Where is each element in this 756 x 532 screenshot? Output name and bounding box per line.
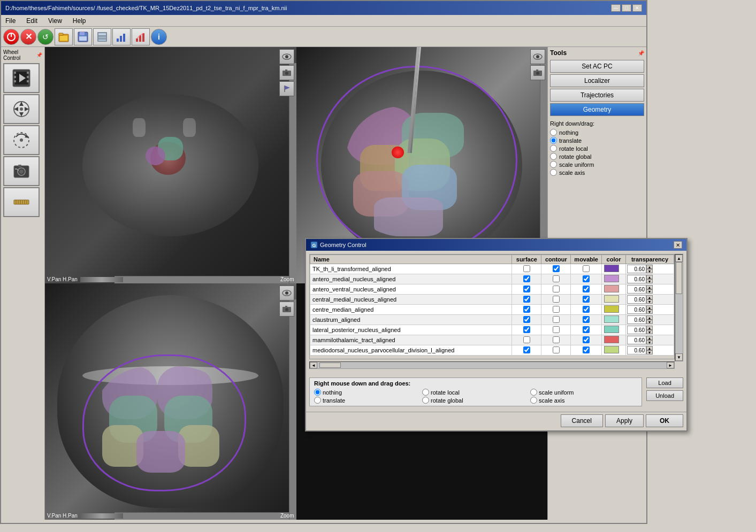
chart-bar-button[interactable] (112, 28, 131, 45)
trans-up-arrow[interactable]: ▲ (646, 305, 653, 310)
color-swatch[interactable] (604, 336, 619, 343)
row-color-cell[interactable] (602, 305, 626, 315)
movable-checkbox[interactable] (583, 275, 590, 282)
radio-nothing[interactable]: nothing (550, 129, 644, 136)
contour-checkbox[interactable] (553, 265, 560, 272)
contour-checkbox[interactable] (553, 306, 560, 313)
color-swatch[interactable] (604, 295, 619, 303)
row-movable-cell[interactable] (571, 335, 602, 345)
viewer-tl-eye-button[interactable] (279, 49, 294, 64)
trans-up-arrow[interactable]: ▲ (646, 295, 653, 299)
viewer-bl-eye-button[interactable] (279, 286, 294, 300)
table-hscroll[interactable]: ◄ ► (309, 361, 675, 369)
open-button[interactable] (55, 28, 73, 45)
row-movable-cell[interactable] (571, 345, 602, 356)
table-row[interactable]: antero_medial_nucleus_aligned▲▼ (310, 274, 674, 284)
scroll-up-button[interactable]: ▲ (675, 255, 683, 262)
localizer-button[interactable]: Localizer (550, 74, 644, 87)
row-contour-cell[interactable] (541, 315, 571, 325)
trans-down-arrow[interactable]: ▼ (646, 269, 653, 273)
viewer-tr-camera-button[interactable] (530, 65, 545, 80)
move-button[interactable] (3, 94, 40, 124)
row-contour-cell[interactable] (541, 305, 571, 315)
surface-checkbox[interactable] (523, 275, 530, 282)
transparency-input[interactable] (627, 295, 646, 304)
transparency-input[interactable] (627, 315, 646, 324)
row-movable-cell[interactable] (571, 305, 602, 315)
contour-checkbox[interactable] (553, 296, 560, 303)
color-swatch[interactable] (604, 305, 619, 313)
table-row[interactable]: mediodorsal_nucleus_parvocellular_divisi… (310, 345, 674, 356)
row-contour-cell[interactable] (541, 284, 571, 295)
contour-checkbox[interactable] (553, 316, 560, 323)
surface-checkbox[interactable] (523, 336, 530, 343)
movable-checkbox[interactable] (583, 296, 590, 303)
row-contour-cell[interactable] (541, 345, 571, 356)
trans-down-arrow[interactable]: ▼ (646, 289, 653, 294)
radio-scale-axis[interactable]: scale axis (550, 169, 644, 176)
surface-checkbox[interactable] (523, 346, 530, 353)
row-surface-cell[interactable] (512, 315, 541, 325)
row-surface-cell[interactable] (512, 264, 541, 274)
chart-line-button[interactable] (132, 28, 150, 45)
transparency-input[interactable] (627, 285, 646, 294)
surface-checkbox[interactable] (523, 316, 530, 323)
maximize-button[interactable]: □ (622, 4, 631, 12)
trans-down-arrow[interactable]: ▼ (646, 340, 653, 344)
movable-checkbox[interactable] (583, 336, 590, 343)
surface-checkbox[interactable] (523, 265, 530, 272)
movable-checkbox[interactable] (583, 346, 590, 353)
color-swatch[interactable] (604, 326, 619, 333)
layers-button[interactable] (93, 28, 111, 45)
movable-checkbox[interactable] (583, 326, 590, 333)
trans-down-arrow[interactable]: ▼ (646, 350, 653, 354)
info-button[interactable]: i (151, 29, 167, 45)
dialog-close-button[interactable]: ✕ (674, 241, 682, 249)
row-transparency-cell[interactable]: ▲▼ (626, 284, 674, 295)
row-movable-cell[interactable] (571, 315, 602, 325)
viewer-bl-hscroll[interactable] (114, 512, 289, 520)
power-button[interactable] (3, 29, 19, 45)
table-row[interactable]: central_medial_nucleus_aligned▲▼ (310, 295, 674, 305)
trans-up-arrow[interactable]: ▲ (646, 265, 653, 269)
color-swatch[interactable] (604, 285, 619, 292)
mouse-radio-rotate-local[interactable]: rotate local (422, 389, 529, 396)
transparency-input[interactable] (627, 346, 646, 354)
color-swatch[interactable] (604, 315, 619, 323)
viewer-tl-hscroll[interactable] (114, 276, 289, 283)
row-surface-cell[interactable] (512, 295, 541, 305)
viewer-tl-flag-button[interactable] (279, 81, 294, 96)
row-surface-cell[interactable] (512, 345, 541, 356)
cancel-button[interactable]: Cancel (561, 414, 603, 427)
mouse-radio-translate[interactable]: translate (314, 397, 421, 404)
row-color-cell[interactable] (602, 264, 626, 274)
scroll-down-button[interactable]: ▼ (675, 353, 683, 361)
mouse-radio-rotate-global[interactable]: rotate global (422, 397, 529, 404)
contour-checkbox[interactable] (553, 346, 560, 353)
surface-checkbox[interactable] (523, 286, 530, 292)
geometry-table-wrapper[interactable]: Name surface contour movable color trans… (309, 254, 675, 359)
menu-view[interactable]: View (46, 17, 64, 25)
table-row[interactable]: mammilothalamic_tract_aligned▲▼ (310, 335, 674, 345)
transparency-input[interactable] (627, 336, 646, 344)
row-transparency-cell[interactable]: ▲▼ (626, 274, 674, 284)
table-row[interactable]: TK_th_li_transformed_aligned▲▼ (310, 264, 674, 274)
table-row[interactable]: centre_median_aligned▲▼ (310, 305, 674, 315)
row-movable-cell[interactable] (571, 284, 602, 295)
trans-down-arrow[interactable]: ▼ (646, 310, 653, 314)
trans-down-arrow[interactable]: ▼ (646, 299, 653, 304)
row-contour-cell[interactable] (541, 295, 571, 305)
radio-rotate-global[interactable]: rotate global (550, 153, 644, 160)
row-contour-cell[interactable] (541, 335, 571, 345)
trans-down-arrow[interactable]: ▼ (646, 320, 653, 324)
rotate-button[interactable] (3, 125, 40, 155)
apply-button[interactable]: Apply (605, 414, 644, 427)
viewer-bottom-left[interactable]: V.Pan H.Pan Zoom (45, 283, 296, 520)
surface-checkbox[interactable] (523, 306, 530, 313)
film-strip-button[interactable] (3, 63, 40, 93)
row-movable-cell[interactable] (571, 264, 602, 274)
trans-up-arrow[interactable]: ▲ (646, 326, 653, 330)
movable-checkbox[interactable] (583, 286, 590, 292)
menu-help[interactable]: Help (71, 17, 88, 25)
trans-up-arrow[interactable]: ▲ (646, 346, 653, 350)
